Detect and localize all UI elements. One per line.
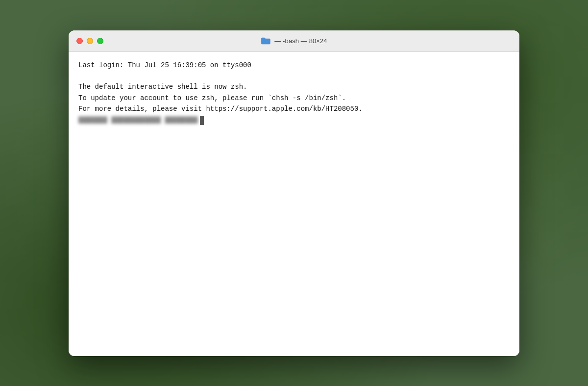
terminal-line-3: The default interactive shell is now zsh… <box>78 81 510 92</box>
folder-icon <box>261 37 270 45</box>
maximize-button[interactable] <box>97 38 103 44</box>
terminal-line-4: To update your account to use zsh, pleas… <box>78 93 510 103</box>
terminal-line-5: For more details, please visit https://s… <box>78 103 510 114</box>
terminal-cursor <box>200 116 204 125</box>
prompt-text: ███████ ████████████ ████████ <box>78 115 198 126</box>
title-bar: — -bash — 80×24 <box>69 30 519 52</box>
traffic-lights <box>76 38 103 44</box>
close-button[interactable] <box>76 38 83 44</box>
window-title: — -bash — 80×24 <box>274 37 327 45</box>
terminal-body[interactable]: Last login: Thu Jul 25 16:39:05 on ttys0… <box>69 52 519 356</box>
terminal-line-empty <box>78 71 510 81</box>
minimize-button[interactable] <box>87 38 93 44</box>
terminal-line-1: Last login: Thu Jul 25 16:39:05 on ttys0… <box>78 60 510 71</box>
terminal-window[interactable]: — -bash — 80×24 Last login: Thu Jul 25 1… <box>69 30 519 356</box>
title-center: — -bash — 80×24 <box>261 37 327 45</box>
prompt-line: ███████ ████████████ ████████ <box>78 115 510 126</box>
